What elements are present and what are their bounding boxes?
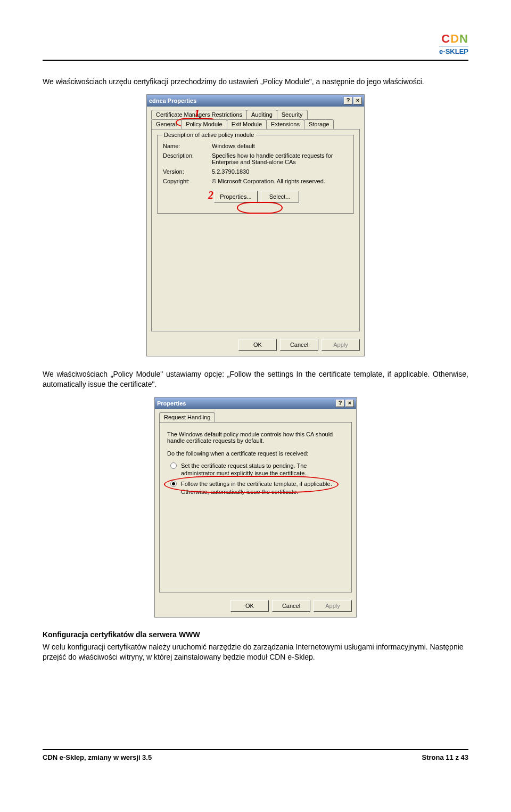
section-heading: Konfiguracja certyfikatów dla serwera WW… <box>43 630 468 639</box>
logo-d: D <box>450 32 459 45</box>
close-button[interactable]: × <box>353 97 362 104</box>
tab-content: Description of active policy module Name… <box>151 129 360 331</box>
window-title: Properties <box>157 400 186 407</box>
logo-c: C <box>441 32 450 45</box>
titlebar: Properties ? × <box>155 397 356 409</box>
intro-text-2: Do the following when a certificate requ… <box>167 450 344 457</box>
dialog-cdnca-properties: cdnca Properties ? × Certificate Manager… <box>146 94 365 356</box>
header-rule <box>43 60 468 61</box>
tab-security[interactable]: Security <box>277 110 308 119</box>
help-button[interactable]: ? <box>344 97 352 104</box>
ok-button[interactable]: OK <box>230 600 269 612</box>
tabs-top-row: Certificate Managers Restrictions Auditi… <box>147 107 364 119</box>
paragraph-3: W celu konfiguracji certyfikatów należy … <box>43 642 468 662</box>
description-label: Description: <box>163 152 212 165</box>
tab-auditing[interactable]: Auditing <box>246 110 277 119</box>
radio-pending-label: Set the certificate request status to pe… <box>181 462 341 477</box>
apply-button[interactable]: Apply <box>314 600 352 612</box>
annotation-numeral-1: 1 <box>194 108 200 120</box>
dialog-button-row: OK Cancel Apply <box>147 336 364 356</box>
footer-right: Strona 11 z 43 <box>422 753 468 761</box>
radio-icon <box>170 462 177 469</box>
radio-follow-template[interactable]: Follow the settings in the certificate t… <box>170 480 341 496</box>
brand-logo: CDN e-SKLEP <box>439 32 468 55</box>
version-value: 5.2.3790.1830 <box>212 168 348 175</box>
tab-extensions[interactable]: Extensions <box>266 119 304 129</box>
copyright-label: Copyright: <box>163 178 212 184</box>
radio-icon <box>170 481 177 487</box>
annotation-numeral-2: 2 <box>208 189 213 201</box>
cancel-button[interactable]: Cancel <box>272 600 310 612</box>
cancel-button[interactable]: Cancel <box>280 339 318 351</box>
help-button[interactable]: ? <box>336 400 344 407</box>
dialog-properties: Properties ? × Request Handling The Wind… <box>154 397 357 618</box>
logo-n: N <box>459 32 468 45</box>
footer-left: CDN e-Sklep, zmiany w wersji 3.5 <box>43 753 152 761</box>
select-button[interactable]: Select... <box>261 191 299 202</box>
tab-content: The Windows default policy module contro… <box>159 422 352 592</box>
dialog-button-row: OK Cancel Apply <box>155 597 356 617</box>
tab-policy-module[interactable]: Policy Module <box>181 119 227 129</box>
name-label: Name: <box>163 143 212 149</box>
ok-button[interactable]: OK <box>238 339 277 351</box>
radio-follow-template-label: Follow the settings in the certificate t… <box>181 480 341 496</box>
tab-storage[interactable]: Storage <box>304 119 334 129</box>
name-value: Windows default <box>212 143 348 149</box>
page-footer: CDN e-Sklep, zmiany w wersji 3.5 Strona … <box>43 750 468 761</box>
properties-button[interactable]: Properties... <box>214 191 257 202</box>
close-button[interactable]: × <box>345 400 354 407</box>
radio-pending[interactable]: Set the certificate request status to pe… <box>170 462 341 477</box>
window-title: cdnca Properties <box>149 98 196 104</box>
tab-request-handling[interactable]: Request Handling <box>159 412 215 422</box>
groupbox-legend: Description of active policy module <box>162 132 256 138</box>
apply-button[interactable]: Apply <box>322 339 360 351</box>
paragraph-1: We właściwościach urzędu certyfikacji pr… <box>43 77 468 87</box>
titlebar: cdnca Properties ? × <box>147 95 364 107</box>
tabs-row: Request Handling <box>155 409 356 422</box>
intro-text-1: The Windows default policy module contro… <box>167 431 344 444</box>
version-label: Version: <box>163 168 212 175</box>
page-header: CDN e-SKLEP <box>43 32 468 60</box>
paragraph-2: We właściwościach „Policy Module" ustawi… <box>43 369 468 389</box>
description-value: Specifies how to handle certificate requ… <box>212 152 348 165</box>
description-groupbox: Description of active policy module Name… <box>157 135 354 214</box>
logo-subtitle: e-SKLEP <box>439 46 468 55</box>
tab-general[interactable]: General <box>151 119 182 129</box>
tabs-bottom-row: General Policy Module Exit Module Extens… <box>147 119 364 129</box>
copyright-value: © Microsoft Corporation. All rights rese… <box>212 178 348 184</box>
tab-exit-module[interactable]: Exit Module <box>227 119 267 129</box>
